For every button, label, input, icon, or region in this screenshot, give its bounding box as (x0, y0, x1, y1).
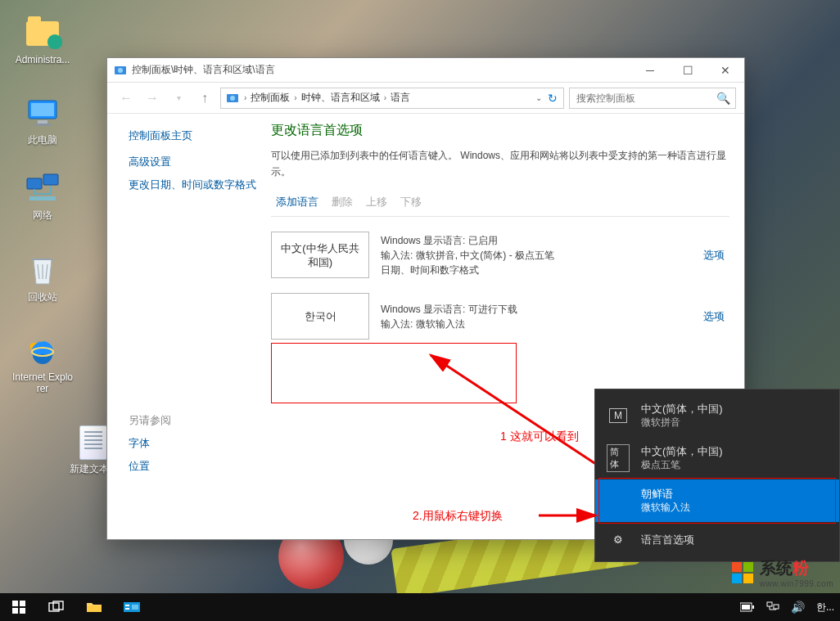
ime-switcher-flyout: M 中文(简体，中国) 微软拼音 简体 中文(简体，中国) 极点五笔 朝鲜语 微… (594, 389, 840, 562)
back-button[interactable]: ← (115, 88, 137, 109)
search-box[interactable]: 🔍 (569, 88, 736, 109)
sidebar-see-also: 另请参阅 (129, 413, 271, 428)
ime-language-preferences[interactable]: ⚙ 语言首选项 (595, 522, 839, 556)
minimize-button[interactable]: ─ (631, 58, 669, 83)
language-options-link[interactable]: 选项 (703, 248, 725, 263)
breadcrumb-segment[interactable]: 控制面板 (248, 91, 292, 105)
sidebar-home-link[interactable]: 控制面板主页 (129, 128, 271, 143)
watermark: 系统粉 www.win7999.com (732, 557, 833, 588)
taskbar-app[interactable] (113, 593, 151, 621)
svg-rect-15 (12, 601, 18, 606)
titlebar[interactable]: 控制面板\时钟、语言和区域\语言 ─ ☐ ✕ (107, 58, 744, 83)
windows-icon (12, 601, 25, 614)
ime-option-korean[interactable]: 朝鲜语 微软输入法 (595, 479, 839, 522)
folder-icon (86, 601, 102, 614)
breadcrumb-segment[interactable]: 时钟、语言和区域 (299, 91, 382, 105)
refresh-icon[interactable]: ↻ (544, 92, 562, 105)
svg-rect-26 (742, 605, 750, 610)
add-language-button[interactable]: 添加语言 (276, 195, 318, 209)
sidebar-location-link[interactable]: 位置 (129, 459, 271, 474)
ime-sub: 微软输入法 (641, 501, 828, 515)
ime-name: 朝鲜语 (641, 487, 828, 501)
recycle-bin-icon (25, 254, 60, 288)
desktop-icon-network[interactable]: 网络 (11, 172, 74, 221)
window-title: 控制面板\时钟、语言和区域\语言 (132, 63, 631, 77)
history-dropdown[interactable]: ▾ (168, 88, 189, 109)
network-tray-icon (766, 601, 779, 613)
input-method-info: 输入法: 微软输入法 (381, 317, 695, 331)
volume-icon: 🔊 (791, 601, 805, 614)
annotation-arrow (537, 506, 603, 525)
language-row-korean[interactable]: 한국어 Windows 显示语言: 可进行下载 输入法: 微软输入法 选项 (271, 293, 729, 340)
svg-rect-4 (27, 178, 42, 189)
control-panel-icon (226, 92, 239, 105)
start-button[interactable] (0, 593, 38, 621)
svg-rect-24 (132, 605, 138, 610)
language-tile: 中文(中华人民共和国) (271, 232, 369, 278)
svg-rect-2 (38, 120, 47, 124)
address-dropdown[interactable]: ⌄ (534, 93, 544, 102)
forward-button[interactable]: → (142, 88, 163, 109)
desktop: Administra... 此电脑 网络 回收站 Internet Explor… (0, 0, 840, 621)
ime-sub: 极点五笔 (641, 458, 828, 472)
simplified-icon: 简体 (607, 444, 630, 472)
desktop-icon-label: 网络 (11, 209, 74, 221)
search-icon[interactable]: 🔍 (716, 92, 730, 105)
address-bar[interactable]: › 控制面板 › 时钟、语言和区域 › 语言 ⌄ ↻ (220, 88, 564, 109)
up-button[interactable]: ↑ (194, 88, 215, 109)
ime-option-pinyin[interactable]: M 中文(简体，中国) 微软拼音 (595, 394, 839, 437)
move-down-button[interactable]: 下移 (400, 195, 422, 209)
control-panel-icon (114, 64, 127, 77)
ime-name: 中文(简体，中国) (641, 402, 828, 416)
language-row-chinese[interactable]: 中文(中华人民共和国) Windows 显示语言: 已启用 输入法: 微软拼音,… (271, 232, 729, 278)
gear-icon: ⚙ (613, 533, 623, 546)
watermark-url: www.win7999.com (760, 579, 833, 588)
desktop-icon-ie[interactable]: Internet Explorer (11, 334, 74, 394)
language-tile: 한국어 (271, 293, 369, 340)
desktop-icon-recycle-bin[interactable]: 回收站 (11, 254, 74, 303)
sidebar-font-link[interactable]: 字体 (129, 436, 271, 451)
tray-ime-indicator[interactable]: 한... (811, 593, 840, 621)
svg-point-12 (230, 96, 235, 101)
this-pc-icon (25, 97, 60, 131)
tray-battery[interactable] (734, 593, 761, 621)
text-file-icon (79, 425, 107, 460)
watermark-text: 粉 (793, 559, 809, 577)
breadcrumb-segment[interactable]: 语言 (388, 91, 413, 105)
search-input[interactable] (575, 92, 716, 105)
svg-rect-18 (20, 608, 25, 614)
svg-rect-3 (34, 124, 51, 126)
svg-rect-16 (20, 601, 25, 606)
move-up-button[interactable]: 上移 (366, 195, 387, 209)
taskview-button[interactable] (38, 593, 75, 621)
ime-label: 한... (816, 601, 834, 614)
network-icon (25, 172, 60, 206)
ime-name: 中文(简体，中国) (641, 444, 828, 458)
sidebar-advanced-link[interactable]: 高级设置 (129, 155, 271, 169)
microsoft-logo-icon (732, 562, 753, 583)
ime-option-wubi[interactable]: 简体 中文(简体，中国) 极点五笔 (595, 437, 839, 479)
page-description: 可以使用已添加到列表中的任何语言键入。 Windows、应用和网站将以列表中受支… (271, 147, 729, 180)
input-method-info: 输入法: 微软拼音, 中文(简体) - 极点五笔 (381, 248, 695, 263)
close-button[interactable]: ✕ (707, 58, 744, 83)
tray-network[interactable] (761, 593, 785, 621)
ie-icon (25, 334, 60, 368)
svg-rect-17 (12, 608, 18, 614)
desktop-icon-label: 回收站 (11, 291, 74, 303)
remove-language-button[interactable]: 删除 (332, 195, 353, 209)
display-language-status: Windows 显示语言: 已启用 (381, 233, 695, 248)
svg-rect-28 (767, 602, 772, 606)
desktop-icon-label: Internet Explorer (11, 371, 74, 394)
tray-volume[interactable]: 🔊 (785, 593, 811, 621)
sidebar-date-format-link[interactable]: 更改日期、时间或数字格式 (129, 178, 271, 192)
language-options-link[interactable]: 选项 (703, 309, 725, 324)
desktop-icon-this-pc[interactable]: 此电脑 (11, 97, 74, 146)
svg-rect-6 (29, 196, 56, 200)
taskview-icon (48, 601, 65, 614)
taskbar-file-explorer[interactable] (75, 593, 113, 621)
app-icon (124, 601, 140, 614)
action-bar: 添加语言 删除 上移 下移 (271, 195, 729, 209)
desktop-icon-admin-folder[interactable]: Administra... (11, 16, 74, 65)
svg-rect-22 (125, 605, 129, 606)
maximize-button[interactable]: ☐ (669, 58, 707, 83)
